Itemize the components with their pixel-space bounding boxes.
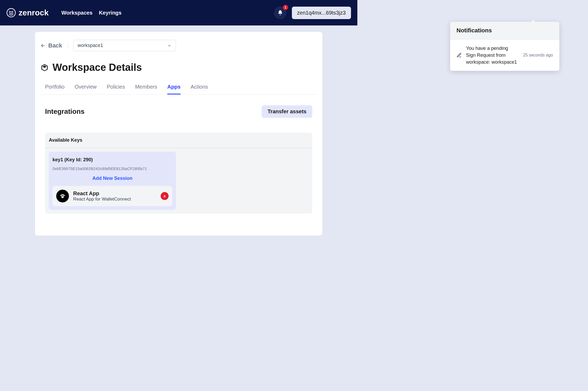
primary-nav: Workspaces Keyrings — [61, 10, 121, 16]
bell-icon — [277, 10, 283, 16]
tab-policies[interactable]: Policies — [107, 84, 125, 94]
session-info: React App React App for WalletConnect — [73, 190, 156, 202]
workspace-cube-icon — [40, 63, 49, 72]
add-new-session-button[interactable]: Add New Session — [52, 176, 172, 181]
walletconnect-icon — [56, 190, 69, 202]
header-right: 1 zen1q4mx...69ts3jz3 — [274, 6, 351, 19]
page-title-row: Workspace Details — [40, 62, 317, 73]
session-card: React App React App for WalletConnect x — [52, 186, 172, 206]
main-content: Back workspace1 Workspace Details Portfo… — [0, 25, 357, 236]
back-button[interactable]: Back — [40, 42, 68, 49]
keys-body: key1 (Key Id: 290) 0x6E39075E15a0082B242… — [45, 148, 312, 214]
workspace-tabs: Portfolio Overview Policies Members Apps… — [40, 84, 317, 95]
notification-count-badge: 1 — [283, 5, 288, 10]
workspace-select[interactable]: workspace1 — [73, 40, 176, 51]
workspace-card: Back workspace1 Workspace Details Portfo… — [35, 32, 322, 236]
key-card: key1 (Key Id: 290) 0x6E39075E15a0082B242… — [49, 152, 176, 210]
tab-overview[interactable]: Overview — [74, 84, 96, 94]
integrations-title: Integrations — [45, 107, 85, 116]
remove-session-button[interactable]: x — [161, 192, 169, 200]
brand-name: zenrock — [19, 8, 49, 17]
key-title: key1 (Key Id: 290) — [52, 157, 172, 163]
arrow-left-icon — [40, 43, 46, 48]
nav-workspaces[interactable]: Workspaces — [61, 10, 92, 16]
available-keys-panel: Available Keys key1 (Key Id: 290) 0x6E39… — [45, 133, 312, 214]
workspace-selected-value: workspace1 — [78, 43, 103, 48]
tab-apps[interactable]: Apps — [167, 84, 181, 94]
svg-point-0 — [7, 8, 15, 17]
tab-portfolio[interactable]: Portfolio — [45, 84, 64, 94]
chevron-down-icon — [167, 44, 172, 48]
key-address: 0x6E39075E15a0082B242c89d5EE8126aCF285fa… — [52, 166, 172, 171]
page-title: Workspace Details — [52, 62, 142, 73]
card-top-bar: Back workspace1 — [40, 40, 317, 51]
wallet-address-button[interactable]: zen1q4mx...69ts3jz3 — [292, 7, 351, 19]
header-left: zenrock Workspaces Keyrings — [6, 8, 121, 18]
brand-logo[interactable]: zenrock — [6, 8, 49, 18]
tab-members[interactable]: Members — [135, 84, 157, 94]
session-name: React App — [73, 190, 156, 197]
integrations-header: Integrations Transfer assets — [40, 105, 317, 118]
back-label: Back — [48, 42, 62, 49]
notifications-button[interactable]: 1 — [274, 6, 287, 19]
app-header: zenrock Workspaces Keyrings 1 zen1q4mx..… — [0, 0, 357, 25]
tab-actions[interactable]: Actions — [191, 84, 208, 94]
nav-keyrings[interactable]: Keyrings — [99, 10, 122, 16]
zenrock-logo-icon — [6, 8, 16, 18]
available-keys-title: Available Keys — [45, 133, 312, 148]
transfer-assets-button[interactable]: Transfer assets — [262, 105, 312, 118]
session-desc: React App for WalletConnect — [73, 197, 156, 202]
